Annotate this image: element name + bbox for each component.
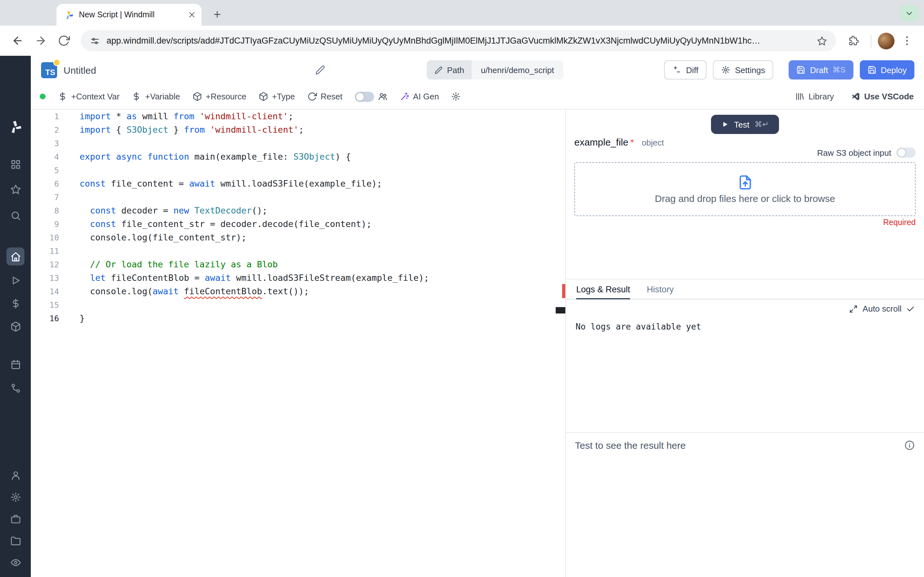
browser-tab[interactable]: New Script | Windmill: [57, 4, 202, 26]
tab-history[interactable]: History: [647, 279, 674, 299]
reload-button[interactable]: [53, 30, 74, 52]
auto-scroll-label: Auto scroll: [863, 304, 901, 314]
maximize-icon[interactable]: [849, 304, 858, 313]
test-shortcut: ⌘↵: [754, 120, 769, 129]
line-number: 13: [31, 271, 59, 285]
reload-icon: [57, 35, 69, 47]
line-number: 11: [31, 244, 59, 258]
ai-gen-button[interactable]: AI Gen: [399, 92, 439, 101]
script-title-field[interactable]: Untitled: [63, 64, 325, 75]
code-line[interactable]: 13 let fileContentBlob = await wmill.loa…: [31, 271, 565, 285]
logs-tabbar: Logs & Result History: [566, 279, 924, 300]
code-line[interactable]: 16}: [31, 311, 565, 325]
toggle-switch[interactable]: [355, 91, 374, 102]
browser-window: New Script | Windmill app.windmill.dev/s…: [0, 0, 924, 577]
sidebar-item-search[interactable]: [6, 206, 24, 224]
bookmark-star-icon[interactable]: [817, 35, 827, 46]
code-line[interactable]: 12 // Or load the file lazily as a Blob: [31, 258, 565, 271]
sidebar-item-home[interactable]: [6, 247, 24, 266]
sidebar-item-account[interactable]: [6, 466, 24, 484]
back-button[interactable]: [6, 30, 28, 52]
file-dropzone[interactable]: Drag and drop files here or click to bro…: [574, 162, 916, 216]
url-text[interactable]: app.windmill.dev/scripts/add#JTdCJTIyaGF…: [107, 36, 811, 45]
use-vscode-button[interactable]: Use VSCode: [851, 92, 914, 101]
diff-label: Diff: [686, 65, 698, 75]
profile-avatar[interactable]: [878, 32, 895, 49]
code-line[interactable]: 14 console.log(await fileContentBlob.tex…: [31, 285, 565, 298]
code-line[interactable]: 4export async function main(example_file…: [31, 150, 565, 163]
code-line[interactable]: 6const file_content = await wmill.loadS3…: [31, 177, 565, 190]
library-button[interactable]: Library: [795, 92, 834, 101]
forward-button[interactable]: [29, 30, 51, 52]
code-line[interactable]: 7: [31, 190, 565, 204]
deploy-button[interactable]: Deploy: [859, 60, 914, 79]
tab-close-icon[interactable]: [187, 10, 196, 19]
path-value[interactable]: u/henri/demo_script: [472, 60, 563, 79]
typescript-badge: TS: [41, 62, 57, 78]
argument-name: example_file: [574, 137, 628, 147]
diff-button[interactable]: Diff: [664, 60, 707, 79]
add-resource-label: +Resource: [206, 92, 246, 101]
multiplayer-toggle[interactable]: [355, 91, 387, 102]
test-button[interactable]: Test ⌘↵: [711, 115, 779, 134]
sidebar-item-workers[interactable]: [6, 510, 24, 528]
code-line[interactable]: 5: [31, 163, 565, 177]
code-line[interactable]: 3: [31, 137, 565, 150]
edit-title-button[interactable]: [315, 65, 325, 75]
add-context-var-button[interactable]: +Context Var: [58, 92, 120, 101]
search-icon: [10, 210, 21, 221]
add-type-button[interactable]: +Type: [258, 92, 295, 101]
deploy-label: Deploy: [881, 65, 907, 75]
arguments-pane: Test ⌘↵ example_file * object Raw S3 obj…: [566, 110, 924, 279]
sidebar-item-settings[interactable]: [6, 488, 24, 506]
kebab-menu-icon: [901, 35, 913, 47]
extensions-button[interactable]: [843, 30, 864, 52]
path-edit-button[interactable]: Path: [426, 60, 472, 79]
result-placeholder: Test to see the result here: [575, 440, 686, 451]
reset-icon: [307, 92, 317, 101]
code-line[interactable]: 2import { S3Object } from 'windmill-clie…: [31, 123, 565, 137]
sidebar-item-flows[interactable]: [6, 379, 24, 397]
add-resource-button[interactable]: +Resource: [192, 92, 246, 101]
gear-icon: [10, 492, 21, 502]
code-line[interactable]: 10 console.log(file_content_str);: [31, 231, 565, 244]
add-variable-button[interactable]: +Variable: [132, 92, 180, 101]
code-editor[interactable]: 1import * as wmill from 'windmill-client…: [31, 110, 565, 577]
browser-menu-button[interactable]: [896, 30, 918, 52]
sidebar-item-folders[interactable]: [6, 532, 24, 550]
code-line[interactable]: 9 const file_content_str = decoder.decod…: [31, 218, 565, 231]
settings-button[interactable]: Settings: [713, 60, 774, 79]
users-icon: [378, 92, 387, 101]
windmill-logo[interactable]: [6, 118, 24, 136]
sidebar-item-resources[interactable]: [6, 318, 24, 335]
sidebar-item-schedules[interactable]: [6, 355, 24, 373]
test-label: Test: [734, 119, 750, 129]
code-line[interactable]: 15: [31, 298, 565, 311]
auto-scroll-control[interactable]: Auto scroll: [566, 300, 924, 314]
sidebar-item-audit-logs[interactable]: [6, 553, 24, 571]
plus-icon: [212, 9, 222, 19]
draft-button[interactable]: Draft ⌘S: [789, 60, 853, 79]
code-line[interactable]: 11: [31, 244, 565, 258]
info-icon[interactable]: [904, 440, 915, 451]
logs-pane: Logs & Result History Auto scroll No log…: [566, 279, 924, 432]
required-hint: Required: [574, 218, 916, 227]
tab-logs-result[interactable]: Logs & Result: [576, 279, 630, 299]
script-title[interactable]: Untitled: [63, 64, 96, 75]
new-tab-button[interactable]: [208, 5, 226, 23]
sidebar-item-variables[interactable]: [6, 294, 24, 312]
address-bar[interactable]: app.windmill.dev/scripts/add#JTdCJTIyaGF…: [81, 30, 836, 51]
path-control[interactable]: Path u/henri/demo_script: [426, 60, 563, 79]
site-info-icon[interactable]: [90, 35, 100, 46]
code-line[interactable]: 1import * as wmill from 'windmill-client…: [31, 110, 565, 123]
raw-s3-toggle[interactable]: [897, 147, 916, 158]
sidebar-item-apps[interactable]: [6, 155, 24, 173]
code-line[interactable]: 8 const decoder = new TextDecoder();: [31, 204, 565, 218]
editor-settings-button[interactable]: [451, 92, 461, 101]
line-number: 8: [31, 204, 59, 218]
sidebar-item-favorites[interactable]: [6, 180, 24, 198]
editor-toolbar: +Context Var +Variable +Resource +Type R…: [31, 84, 924, 110]
sidebar-item-runs[interactable]: [6, 271, 24, 289]
tab-search-button[interactable]: [900, 5, 919, 21]
reset-button[interactable]: Reset: [307, 92, 342, 101]
